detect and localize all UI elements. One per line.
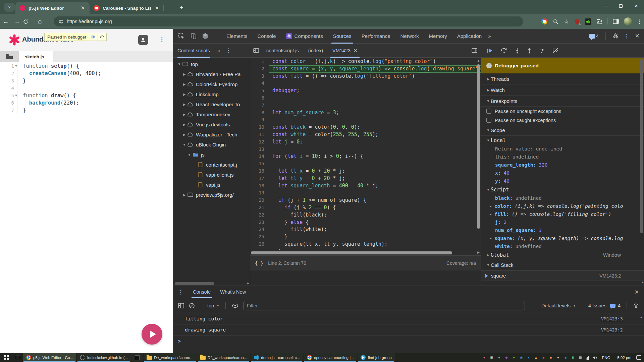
tree-item[interactable]: ▶Linkclump bbox=[173, 89, 250, 99]
taskbar-item[interactable]: opencv car counting |... bbox=[304, 353, 357, 362]
devtools-tab-sources[interactable]: Sources bbox=[328, 29, 357, 44]
scope-variable[interactable]: black:undefined bbox=[481, 194, 644, 202]
volume-icon[interactable] bbox=[593, 355, 598, 360]
line-number[interactable]: 5 bbox=[250, 87, 269, 95]
default-levels-dropdown[interactable]: Default levels ▼ bbox=[541, 303, 576, 308]
scope-variable[interactable]: this:undefined bbox=[481, 153, 644, 161]
browser-tab[interactable]: p5.js Web Editor✕ bbox=[15, 2, 90, 14]
extension-gem-icon[interactable] bbox=[202, 33, 208, 40]
tree-item[interactable]: ▶Bitwarden - Free Pa bbox=[173, 69, 250, 79]
navigator-menu-icon[interactable]: ⋮ bbox=[226, 47, 231, 54]
line-number[interactable]: 1▼ bbox=[0, 62, 17, 70]
tab-close-icon[interactable]: ✕ bbox=[354, 48, 358, 53]
line-number[interactable]: 12 bbox=[250, 138, 269, 146]
ublock-extension-icon[interactable]: 1 bbox=[574, 18, 580, 25]
window-minimize-button[interactable] bbox=[598, 0, 613, 12]
line-number[interactable]: 23 bbox=[250, 219, 269, 226]
section-scope[interactable]: ▼Scope bbox=[481, 125, 644, 136]
tray-icon[interactable]: ● bbox=[526, 355, 531, 360]
console-settings-gear-icon[interactable] bbox=[633, 303, 639, 309]
collapse-panel-icon[interactable] bbox=[250, 48, 262, 53]
more-panels-icon[interactable]: » bbox=[487, 33, 491, 39]
console-prompt[interactable]: > bbox=[178, 338, 181, 344]
p5-play-button[interactable] bbox=[142, 324, 162, 345]
back-button[interactable]: ← bbox=[0, 18, 11, 25]
checkbox[interactable] bbox=[486, 118, 491, 123]
editor-tab[interactable]: VM1423✕ bbox=[328, 44, 362, 58]
tree-item[interactable]: ▼js bbox=[173, 149, 250, 160]
device-toolbar-icon[interactable] bbox=[190, 33, 197, 40]
tree-item[interactable]: ▶ColorPick Eyedrop bbox=[173, 79, 250, 89]
line-number[interactable]: 1 bbox=[250, 58, 269, 65]
navigator-more-tabs-icon[interactable]: » bbox=[217, 48, 219, 53]
scroll-down-icon[interactable]: ▼ bbox=[641, 281, 644, 284]
scope-group-script[interactable]: ▼Script bbox=[481, 185, 644, 194]
source-code-editor[interactable]: 1const color = (i,j,k) => console.log("p… bbox=[250, 58, 481, 250]
devtools-tab-memory[interactable]: Memory bbox=[424, 29, 452, 44]
tray-icon[interactable]: ■ bbox=[563, 355, 568, 360]
browser-tab[interactable]: Carousell - Snap to List, Chat t✕ bbox=[90, 2, 164, 14]
tree-item[interactable]: ▶React Developer To bbox=[173, 99, 250, 109]
window-maximize-button[interactable] bbox=[613, 0, 629, 12]
line-number[interactable]: 6 bbox=[0, 99, 17, 107]
deactivate-breakpoints-icon[interactable] bbox=[552, 48, 559, 53]
section-breakpoints[interactable]: ▼Breakpoints bbox=[481, 96, 644, 107]
editor-tab[interactable]: contentscript.js bbox=[262, 44, 304, 58]
tree-item[interactable]: ▼uBlock Origin bbox=[173, 139, 250, 149]
devtools-tab-elements[interactable]: Elements bbox=[221, 29, 253, 44]
editor-tab[interactable]: (index) bbox=[304, 44, 328, 58]
tree-item[interactable]: ▶Wappalyzer - Tech bbox=[173, 129, 250, 139]
site-info-icon[interactable] bbox=[58, 19, 63, 24]
line-number[interactable]: 11 bbox=[250, 131, 269, 138]
taskbar-clock[interactable]: 5:02 pm bbox=[614, 356, 634, 360]
line-number[interactable]: 4 bbox=[0, 84, 17, 92]
task-view-button[interactable] bbox=[13, 353, 23, 362]
tray-icon[interactable]: ♥ bbox=[482, 355, 487, 360]
line-number[interactable]: 22 bbox=[250, 212, 269, 219]
step-over-button-tooltip[interactable] bbox=[98, 33, 106, 41]
scope-variable[interactable]: ▶color:(i,j,k) => console.log("painting … bbox=[481, 202, 644, 210]
scope-variable[interactable]: ▶square:(x, y, square_length) => console… bbox=[481, 234, 644, 242]
tray-icon[interactable]: ● bbox=[512, 355, 517, 360]
step-out-icon[interactable] bbox=[527, 48, 532, 54]
network-icon[interactable] bbox=[585, 355, 590, 360]
step-into-icon[interactable] bbox=[515, 48, 520, 54]
drawer-tab-what-s-new[interactable]: What's New bbox=[215, 286, 251, 298]
devtools-tab-application[interactable]: Application bbox=[452, 29, 487, 44]
taskbar-item[interactable]: D:\_workspace\carou... bbox=[197, 353, 250, 362]
line-number[interactable]: 25 bbox=[250, 233, 269, 241]
tree-item[interactable]: vapi-client.js bbox=[173, 170, 250, 180]
line-number[interactable]: 17 bbox=[250, 175, 269, 182]
forward-button[interactable]: → bbox=[11, 18, 23, 25]
tray-icon[interactable]: ▮ bbox=[571, 355, 576, 360]
p5-code-editor[interactable]: 1▼function setup() {2 createCanvas(400, … bbox=[0, 62, 173, 353]
tree-item[interactable]: ▼top bbox=[173, 59, 250, 69]
line-number[interactable]: 21 bbox=[250, 204, 269, 212]
line-number[interactable]: 7 bbox=[0, 107, 17, 114]
line-number[interactable]: 24 bbox=[250, 226, 269, 233]
tree-item[interactable]: vapi.js bbox=[173, 180, 250, 190]
line-number[interactable]: 19 bbox=[250, 189, 269, 197]
drawer-menu-icon[interactable]: ⋮ bbox=[178, 289, 183, 295]
code-horizontal-scrollbar[interactable]: ▶ bbox=[250, 250, 481, 255]
frame-location[interactable]: VM1423:2 bbox=[599, 273, 644, 279]
scope-variable[interactable]: x:40 bbox=[481, 169, 644, 177]
fold-arrow-icon[interactable]: ▼ bbox=[15, 62, 17, 70]
tab-search-button[interactable]: ∨ bbox=[4, 3, 15, 12]
home-button[interactable]: ⌂ bbox=[34, 18, 46, 25]
checkbox[interactable] bbox=[486, 109, 491, 114]
line-number[interactable]: 13 bbox=[250, 146, 269, 153]
tree-item[interactable]: ▶Vue.js devtools bbox=[173, 119, 250, 129]
fold-arrow-icon[interactable]: ▼ bbox=[15, 92, 17, 99]
side-panel-icon[interactable] bbox=[612, 18, 619, 25]
line-number[interactable]: 10 bbox=[250, 124, 269, 131]
scope-variable[interactable]: white:undefined bbox=[481, 242, 644, 250]
console-message[interactable]: drawing squareVM1423:2 bbox=[173, 324, 644, 336]
language-indicator[interactable]: ENG bbox=[600, 356, 612, 360]
console-context-selector[interactable]: top ▼ bbox=[207, 303, 219, 308]
tree-horizontal-scrollbar[interactable]: ▶ bbox=[173, 281, 250, 286]
tray-icon[interactable]: ◉ bbox=[519, 355, 524, 360]
reload-button[interactable] bbox=[23, 19, 34, 24]
live-expression-eye-icon[interactable] bbox=[232, 303, 238, 308]
account-button[interactable] bbox=[138, 35, 148, 45]
